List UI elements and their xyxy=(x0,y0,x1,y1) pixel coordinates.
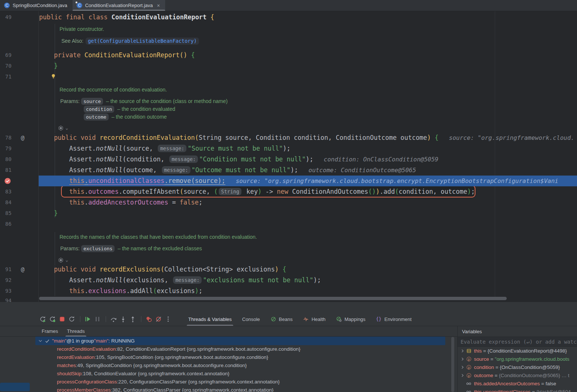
code-token: recordConditionEvaluation xyxy=(100,134,195,141)
frame-method: matches xyxy=(57,363,76,368)
line-number: 81 xyxy=(5,165,12,176)
code-token: . xyxy=(164,177,168,184)
code-line[interactable]: 80Assert.notNull(condition, message:"Con… xyxy=(0,154,577,165)
frame-method: recordConditionEvaluation xyxy=(57,346,116,352)
chevron-right-icon[interactable] xyxy=(460,365,465,370)
doc-line[interactable]: outcome – the condition outcome xyxy=(0,112,577,122)
tab-mappings[interactable]: Mappings xyxy=(331,312,371,326)
code-line[interactable]: 49public final class ConditionEvaluation… xyxy=(0,12,577,23)
code-line[interactable]: 79Assert.notNull(source, message:"Source… xyxy=(0,143,577,154)
ai-icon[interactable]: ⌄ xyxy=(58,123,68,134)
stack-frame-row[interactable]: processMemberClasses:382, ConfigurationC… xyxy=(0,386,450,392)
code-token: Assert xyxy=(69,155,92,163)
breakpoint-icon[interactable] xyxy=(4,177,11,184)
tab-threads[interactable]: Threads xyxy=(62,326,89,337)
variable-value: {HashSet@504 xyxy=(536,389,571,392)
stack-frame-row[interactable]: matches:49, SpringBootCondition {org.spr… xyxy=(0,361,450,369)
code-token: source, xyxy=(183,188,214,195)
code-token: message: xyxy=(158,145,186,152)
variable-row[interactable]: this.addedAncestorOutcomes = false xyxy=(458,379,577,388)
code-token: public final class xyxy=(39,13,111,21)
tab-environment[interactable]: {}Environment xyxy=(371,312,417,326)
code-line[interactable]: 70} xyxy=(0,61,577,71)
code-token: ) xyxy=(195,287,199,295)
stop-button[interactable] xyxy=(58,315,67,324)
code-token: . xyxy=(126,287,130,295)
resume-icon xyxy=(84,315,92,323)
code-token: Params: xyxy=(60,245,80,251)
tab-beans[interactable]: Beans xyxy=(265,312,298,326)
tab-frames[interactable]: Frames xyxy=(37,326,62,337)
stack-frame-row[interactable]: shouldSkip:108, ConditionEvaluator {org.… xyxy=(0,369,450,377)
code-line[interactable]: 71 xyxy=(0,71,577,82)
more-button[interactable] xyxy=(164,315,173,324)
editor-tab-2[interactable]: CConditionEvaluationReport.java× xyxy=(73,0,165,11)
equals-sign: = xyxy=(494,364,500,370)
evaluate-expression-input[interactable]: Evaluate expression (↵) or add a watch xyxy=(458,337,577,347)
code-token: – the source of the condition (class or … xyxy=(105,98,228,104)
variable-row[interactable]: poutcome = {ConditionOutcome@5065} … t xyxy=(458,371,577,379)
code-token: . xyxy=(92,276,96,284)
doc-line[interactable]: Records the names of the classes that ha… xyxy=(0,232,577,242)
doc-line[interactable]: Params:exclusions – the names of the exc… xyxy=(0,243,577,254)
frame-location: :220, ConfigurationClassParser {org.spri… xyxy=(117,379,280,385)
code-token: Assert xyxy=(69,166,92,174)
tab-health[interactable]: Health xyxy=(298,312,331,326)
refresh-button[interactable] xyxy=(67,315,76,324)
editor-tab-1[interactable]: CSpringBootCondition.java xyxy=(0,0,73,11)
svg-text:p: p xyxy=(468,365,470,369)
code-editor[interactable]: 49public final class ConditionEvaluation… xyxy=(0,11,577,302)
variable-row[interactable]: pcondition = {OnClassCondition@5059} xyxy=(458,363,577,371)
line-number: 70 xyxy=(5,61,12,71)
doc-line[interactable]: See Also:get(ConfigurableListableBeanFac… xyxy=(0,36,577,46)
stack-frame-row[interactable]: recordEvaluation:105, SpringBootConditio… xyxy=(0,353,450,361)
frame-location: :108, ConditionEvaluator {org.springfram… xyxy=(81,371,230,376)
mute-breakpoints-button[interactable] xyxy=(154,315,163,324)
step-out-button[interactable] xyxy=(128,315,137,324)
code-line[interactable]: 93this.exclusions.addAll(exclusions); xyxy=(0,286,577,296)
pause-button[interactable] xyxy=(93,315,102,324)
step-over-button[interactable] xyxy=(109,315,118,324)
code-token: get(ConfigurableListableBeanFactory) xyxy=(86,38,199,45)
step-into-button[interactable] xyxy=(119,315,128,324)
line-number: 80 xyxy=(5,154,12,165)
stack-frame-row[interactable]: processConfigurationClass:220, Configura… xyxy=(0,377,450,386)
line-number: 49 xyxy=(5,12,12,23)
rerun-button[interactable] xyxy=(38,315,47,324)
chevron-down-icon[interactable] xyxy=(38,338,43,344)
variable-row[interactable]: this.unconditionalClasses = {HashSet@504 xyxy=(458,388,577,392)
doc-line[interactable]: Record the occurrence of condition evalu… xyxy=(0,84,577,95)
chevron-right-icon[interactable] xyxy=(460,373,465,378)
code-line[interactable]: 83this.outcomes.computeIfAbsent(source, … xyxy=(0,186,577,197)
code-line[interactable]: 78@public void recordConditionEvaluation… xyxy=(0,132,577,143)
tab-threads-variables[interactable]: Threads & Variables xyxy=(183,312,237,326)
code-line[interactable]: 84this.addedAncestorOutcomes = false; xyxy=(0,197,577,208)
restart-button[interactable] xyxy=(48,315,57,324)
stack-frame-row[interactable]: recordConditionEvaluation:82, ConditionE… xyxy=(0,345,450,353)
code-line[interactable]: this.unconditionalClasses.remove(source)… xyxy=(0,176,577,186)
tab-console[interactable]: Console xyxy=(237,312,265,326)
thread-row[interactable]: "main"@1 in group "main": RUNNING xyxy=(35,337,445,345)
variable-row[interactable]: psource = "org.springframework.cloud.boo… xyxy=(458,355,577,363)
code-token: . xyxy=(84,287,88,295)
frames-scrollbar[interactable] xyxy=(451,337,454,392)
frames-panel-tabs: FramesThreads xyxy=(0,326,457,337)
chevron-right-icon[interactable] xyxy=(460,348,465,353)
code-line[interactable]: 92Assert.notNull(exclusions, message:"ex… xyxy=(0,275,577,286)
chevron-right-icon[interactable] xyxy=(460,357,465,362)
code-line[interactable]: 91@public void recordExclusions(Collecti… xyxy=(0,264,577,275)
bulb-icon[interactable] xyxy=(51,73,56,80)
code-token: { xyxy=(282,266,286,273)
code-line[interactable]: 86 xyxy=(0,219,577,229)
close-icon[interactable]: × xyxy=(157,3,160,9)
doc-line[interactable]: Private constructor. xyxy=(0,24,577,35)
code-line[interactable]: 85} xyxy=(0,208,577,219)
code-line[interactable]: 69private ConditionEvaluationReport() { xyxy=(0,50,577,61)
variable-row[interactable]: this = {ConditionEvaluationReport@4498} xyxy=(458,347,577,355)
code-token: ) xyxy=(467,188,471,195)
view-breakpoints-button[interactable] xyxy=(144,315,153,324)
horizontal-scrollbar[interactable] xyxy=(39,297,507,300)
svg-text:C: C xyxy=(6,3,9,7)
code-line[interactable]: 81Assert.notNull(outcome, message:"Outco… xyxy=(0,165,577,176)
resume-button[interactable] xyxy=(83,315,92,324)
